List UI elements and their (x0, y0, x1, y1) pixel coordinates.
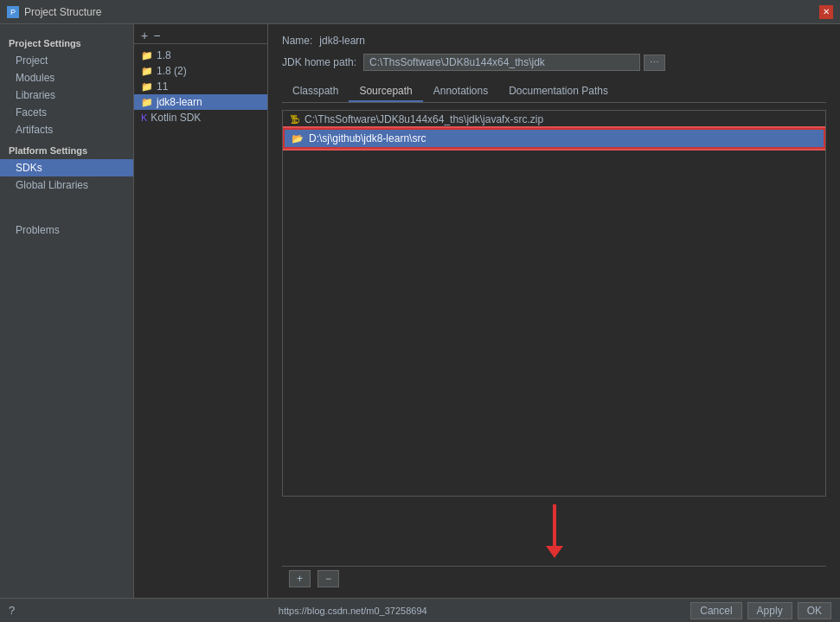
down-arrow (546, 504, 563, 558)
sidebar-item-libraries[interactable]: Libraries (0, 87, 133, 104)
sdk-remove-button[interactable]: − (153, 29, 160, 42)
sidebar-item-artifacts[interactable]: Artifacts (0, 121, 133, 138)
sidebar-item-global-libraries[interactable]: Global Libraries (0, 176, 133, 194)
name-label: Name: (282, 35, 312, 47)
arrow-indicator (282, 497, 826, 566)
bottom-bar: ? https://blog.csdn.net/m0_37258694 Canc… (0, 598, 840, 622)
sourcepath-toolbar: + − (282, 566, 826, 591)
app-icon: P (7, 6, 19, 18)
browse-button[interactable]: ⋯ (644, 55, 665, 71)
sdk-add-button[interactable]: + (141, 29, 148, 42)
ok-button[interactable]: OK (798, 602, 831, 619)
dir-icon: 📂 (292, 133, 304, 144)
sourcepath-item-zip[interactable]: 🗜 C:\ThsSoftware\JDK8u144x64_ths\jdk\jav… (283, 111, 825, 128)
jdk-home-label: JDK home path: (282, 56, 356, 68)
sdk-item-1.8[interactable]: 📁 1.8 (134, 48, 267, 63)
sidebar: Project Settings Project Modules Librari… (0, 24, 134, 598)
tab-sourcepath[interactable]: Sourcepath (349, 81, 422, 102)
folder-icon: 📁 (141, 66, 153, 77)
sourcepath-item-dir[interactable]: 📂 D:\sj\github\jdk8-learn\src (283, 128, 825, 149)
main-layout: Project Settings Project Modules Librari… (0, 24, 840, 598)
name-value: jdk8-learn (319, 35, 365, 47)
sourcepath-list: 🗜 C:\ThsSoftware\JDK8u144x64_ths\jdk\jav… (282, 110, 826, 497)
sdk-item-label: 1.8 (2) (157, 65, 187, 77)
tab-documentation-paths[interactable]: Documentation Paths (498, 81, 619, 102)
sdk-panel: + − 📁 1.8 📁 1.8 (2) 📁 11 📁 jdk8-learn K … (134, 24, 268, 598)
content-panel: Name: jdk8-learn JDK home path: ⋯ Classp… (268, 24, 840, 598)
problems-spacer (0, 204, 133, 221)
window-title: Project Structure (24, 6, 819, 18)
folder-icon: 📁 (141, 97, 153, 108)
apply-button[interactable]: Apply (747, 602, 792, 619)
sdk-item-label: Kotlin SDK (151, 112, 201, 124)
sidebar-item-facets[interactable]: Facets (0, 104, 133, 121)
sidebar-item-project[interactable]: Project (0, 52, 133, 69)
sdk-item-label: jdk8-learn (157, 96, 202, 108)
name-row: Name: jdk8-learn (282, 35, 826, 47)
project-settings-header: Project Settings (0, 35, 133, 52)
jdk-path-input[interactable] (363, 54, 640, 71)
sdk-toolbar: + − (134, 28, 267, 44)
sdk-item-label: 11 (157, 80, 168, 93)
sidebar-item-sdks[interactable]: SDKs (0, 159, 133, 176)
sdk-item-label: 1.8 (157, 49, 171, 61)
folder-icon: 📁 (141, 81, 153, 93)
sourcepath-add-button[interactable]: + (289, 570, 311, 587)
sourcepath-item-path: D:\sj\github\jdk8-learn\src (309, 132, 426, 144)
close-button[interactable]: ✕ (819, 5, 833, 19)
sourcepath-item-path: C:\ThsSoftware\JDK8u144x64_ths\jdk\javaf… (305, 113, 543, 125)
help-button[interactable]: ? (9, 604, 15, 617)
sidebar-item-modules[interactable]: Modules (0, 69, 133, 87)
platform-settings-header: Platform Settings (0, 142, 133, 159)
cancel-button[interactable]: Cancel (690, 602, 741, 619)
tabs-bar: Classpath Sourcepath Annotations Documen… (282, 81, 826, 103)
dialog-actions: Cancel Apply OK (690, 602, 831, 619)
jdk-row: JDK home path: ⋯ (282, 54, 826, 71)
sdk-item-11[interactable]: 📁 11 (134, 79, 267, 94)
folder-icon: 📁 (141, 50, 153, 61)
tab-classpath[interactable]: Classpath (282, 81, 349, 102)
tab-annotations[interactable]: Annotations (423, 81, 498, 102)
kotlin-icon: K (141, 112, 147, 123)
sdk-item-jdk8-learn[interactable]: 📁 jdk8-learn (134, 94, 267, 110)
sourcepath-remove-button[interactable]: − (317, 570, 339, 587)
zip-icon: 🗜 (290, 114, 299, 125)
title-bar: P Project Structure ✕ (0, 0, 840, 24)
sdk-item-1.8-2[interactable]: 📁 1.8 (2) (134, 63, 267, 79)
arrow-shaft (553, 504, 556, 546)
sdk-item-kotlin[interactable]: K Kotlin SDK (134, 110, 267, 125)
arrow-head (546, 546, 563, 558)
sidebar-item-problems[interactable]: Problems (0, 221, 133, 239)
csdn-url: https://blog.csdn.net/m0_37258694 (279, 606, 427, 616)
